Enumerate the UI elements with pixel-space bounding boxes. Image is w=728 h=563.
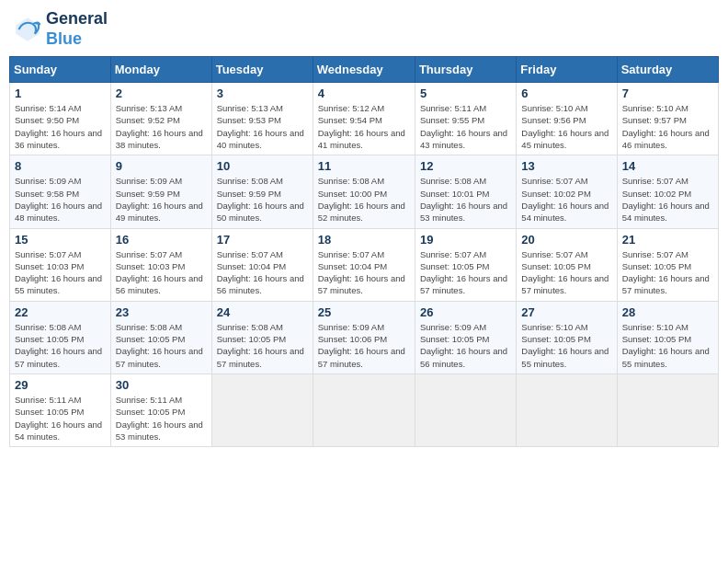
day-info: Sunrise: 5:07 AMSunset: 10:05 PMDaylight… [521, 248, 611, 297]
day-number: 26 [420, 305, 511, 319]
day-number: 18 [318, 233, 410, 247]
day-number: 25 [318, 305, 410, 319]
calendar-cell: 24 Sunrise: 5:08 AMSunset: 10:05 PMDayli… [211, 301, 313, 373]
day-info: Sunrise: 5:10 AMSunset: 9:57 PMDaylight:… [622, 102, 713, 151]
day-number: 6 [521, 86, 611, 100]
calendar-cell: 26 Sunrise: 5:09 AMSunset: 10:05 PMDayli… [415, 301, 516, 373]
day-number: 16 [116, 233, 207, 247]
day-number: 10 [217, 159, 308, 173]
logo-icon [13, 15, 42, 44]
calendar-cell: 28 Sunrise: 5:10 AMSunset: 10:05 PMDayli… [617, 301, 718, 373]
day-info: Sunrise: 5:09 AMSunset: 10:05 PMDaylight… [420, 321, 511, 370]
calendar-cell: 22 Sunrise: 5:08 AMSunset: 10:05 PMDayli… [10, 301, 111, 373]
day-number: 23 [116, 305, 207, 319]
day-info: Sunrise: 5:07 AMSunset: 10:04 PMDaylight… [217, 248, 308, 297]
day-number: 7 [622, 86, 713, 100]
day-info: Sunrise: 5:08 AMSunset: 10:01 PMDaylight… [420, 175, 511, 224]
calendar-header: SundayMondayTuesdayWednesdayThursdayFrid… [10, 57, 719, 83]
weekday-header-monday: Monday [110, 57, 211, 83]
weekday-header-wednesday: Wednesday [313, 57, 415, 83]
weekday-header-sunday: Sunday [10, 57, 111, 83]
logo-text: General Blue [46, 9, 108, 49]
calendar-cell: 13 Sunrise: 5:07 AMSunset: 10:02 PMDayli… [517, 155, 617, 228]
calendar-cell [517, 373, 617, 446]
day-info: Sunrise: 5:09 AMSunset: 9:58 PMDaylight:… [15, 175, 106, 224]
calendar-cell: 20 Sunrise: 5:07 AMSunset: 10:05 PMDayli… [517, 228, 617, 301]
calendar-cell: 16 Sunrise: 5:07 AMSunset: 10:03 PMDayli… [110, 228, 211, 301]
logo: General Blue [13, 9, 108, 49]
calendar-cell: 11 Sunrise: 5:08 AMSunset: 10:00 PMDayli… [313, 155, 415, 228]
weekday-header-friday: Friday [517, 57, 617, 83]
calendar-cell: 14 Sunrise: 5:07 AMSunset: 10:02 PMDayli… [617, 155, 718, 228]
calendar-cell: 23 Sunrise: 5:08 AMSunset: 10:05 PMDayli… [110, 301, 211, 373]
day-info: Sunrise: 5:11 AMSunset: 10:05 PMDaylight… [116, 394, 207, 442]
day-info: Sunrise: 5:07 AMSunset: 10:04 PMDaylight… [318, 248, 410, 297]
day-number: 1 [15, 86, 106, 100]
day-info: Sunrise: 5:10 AMSunset: 10:05 PMDaylight… [622, 321, 713, 370]
calendar-cell: 21 Sunrise: 5:07 AMSunset: 10:05 PMDayli… [617, 228, 718, 301]
day-info: Sunrise: 5:10 AMSunset: 10:05 PMDaylight… [521, 321, 611, 370]
day-number: 29 [15, 378, 106, 392]
day-info: Sunrise: 5:07 AMSunset: 10:03 PMDaylight… [116, 248, 207, 297]
day-number: 4 [318, 86, 410, 100]
day-number: 21 [622, 233, 713, 247]
day-info: Sunrise: 5:07 AMSunset: 10:03 PMDaylight… [15, 248, 106, 297]
calendar-cell: 4 Sunrise: 5:12 AMSunset: 9:54 PMDayligh… [313, 83, 415, 155]
calendar-week-row: 29 Sunrise: 5:11 AMSunset: 10:05 PMDayli… [10, 373, 719, 446]
calendar-cell: 2 Sunrise: 5:13 AMSunset: 9:52 PMDayligh… [110, 83, 211, 155]
day-number: 8 [15, 159, 106, 173]
calendar-cell: 7 Sunrise: 5:10 AMSunset: 9:57 PMDayligh… [617, 83, 718, 155]
weekday-header-thursday: Thursday [415, 57, 516, 83]
day-number: 17 [217, 233, 308, 247]
day-number: 15 [15, 233, 106, 247]
calendar-body: 1 Sunrise: 5:14 AMSunset: 9:50 PMDayligh… [10, 83, 719, 447]
header: General Blue [9, 9, 719, 49]
calendar-cell [211, 373, 313, 446]
calendar-cell: 15 Sunrise: 5:07 AMSunset: 10:03 PMDayli… [10, 228, 111, 301]
calendar-cell: 5 Sunrise: 5:11 AMSunset: 9:55 PMDayligh… [415, 83, 516, 155]
day-info: Sunrise: 5:08 AMSunset: 10:05 PMDaylight… [217, 321, 308, 370]
day-info: Sunrise: 5:14 AMSunset: 9:50 PMDaylight:… [15, 102, 106, 151]
calendar-cell: 8 Sunrise: 5:09 AMSunset: 9:58 PMDayligh… [10, 155, 111, 228]
calendar-table: SundayMondayTuesdayWednesdayThursdayFrid… [9, 56, 719, 447]
day-number: 13 [521, 159, 611, 173]
day-number: 5 [420, 86, 511, 100]
day-info: Sunrise: 5:07 AMSunset: 10:02 PMDaylight… [521, 175, 611, 224]
calendar-cell: 6 Sunrise: 5:10 AMSunset: 9:56 PMDayligh… [517, 83, 617, 155]
day-info: Sunrise: 5:08 AMSunset: 10:00 PMDaylight… [318, 175, 410, 224]
day-info: Sunrise: 5:11 AMSunset: 9:55 PMDaylight:… [420, 102, 511, 151]
day-number: 3 [217, 86, 308, 100]
calendar-cell: 18 Sunrise: 5:07 AMSunset: 10:04 PMDayli… [313, 228, 415, 301]
calendar-cell: 3 Sunrise: 5:13 AMSunset: 9:53 PMDayligh… [211, 83, 313, 155]
day-info: Sunrise: 5:08 AMSunset: 9:59 PMDaylight:… [217, 175, 308, 224]
day-number: 22 [15, 305, 106, 319]
day-number: 28 [622, 305, 713, 319]
calendar-cell: 30 Sunrise: 5:11 AMSunset: 10:05 PMDayli… [110, 373, 211, 446]
calendar-week-row: 15 Sunrise: 5:07 AMSunset: 10:03 PMDayli… [10, 228, 719, 301]
calendar-cell: 12 Sunrise: 5:08 AMSunset: 10:01 PMDayli… [415, 155, 516, 228]
day-info: Sunrise: 5:08 AMSunset: 10:05 PMDaylight… [15, 321, 106, 370]
day-info: Sunrise: 5:13 AMSunset: 9:52 PMDaylight:… [116, 102, 207, 151]
calendar-cell: 17 Sunrise: 5:07 AMSunset: 10:04 PMDayli… [211, 228, 313, 301]
day-number: 24 [217, 305, 308, 319]
day-number: 20 [521, 233, 611, 247]
day-info: Sunrise: 5:07 AMSunset: 10:02 PMDaylight… [622, 175, 713, 224]
calendar-week-row: 8 Sunrise: 5:09 AMSunset: 9:58 PMDayligh… [10, 155, 719, 228]
day-number: 19 [420, 233, 511, 247]
calendar-week-row: 1 Sunrise: 5:14 AMSunset: 9:50 PMDayligh… [10, 83, 719, 155]
day-info: Sunrise: 5:07 AMSunset: 10:05 PMDaylight… [420, 248, 511, 297]
calendar-cell [415, 373, 516, 446]
day-number: 2 [116, 86, 207, 100]
day-number: 30 [116, 378, 207, 392]
calendar-week-row: 22 Sunrise: 5:08 AMSunset: 10:05 PMDayli… [10, 301, 719, 373]
day-number: 9 [116, 159, 207, 173]
calendar-cell: 29 Sunrise: 5:11 AMSunset: 10:05 PMDayli… [10, 373, 111, 446]
weekday-header-tuesday: Tuesday [211, 57, 313, 83]
day-info: Sunrise: 5:09 AMSunset: 10:06 PMDaylight… [318, 321, 410, 370]
day-info: Sunrise: 5:07 AMSunset: 10:05 PMDaylight… [622, 248, 713, 297]
calendar-cell: 27 Sunrise: 5:10 AMSunset: 10:05 PMDayli… [517, 301, 617, 373]
weekday-header-saturday: Saturday [617, 57, 718, 83]
day-info: Sunrise: 5:10 AMSunset: 9:56 PMDaylight:… [521, 102, 611, 151]
calendar-cell [617, 373, 718, 446]
weekday-header-row: SundayMondayTuesdayWednesdayThursdayFrid… [10, 57, 719, 83]
